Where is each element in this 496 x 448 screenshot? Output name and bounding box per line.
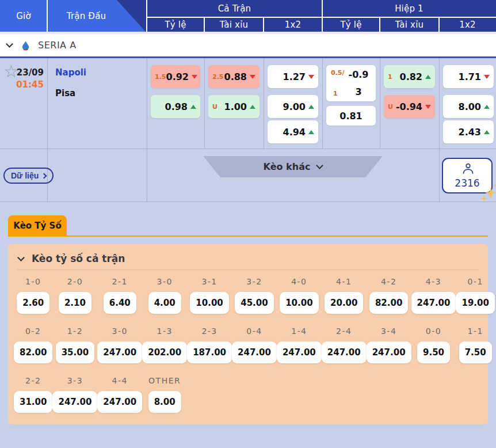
score-odds-button[interactable]: 82.00 bbox=[14, 341, 52, 363]
score-odds-button[interactable]: 7.50 bbox=[459, 341, 492, 363]
odds-value: 2.43 bbox=[459, 127, 481, 138]
score-odds-button[interactable]: 31.00 bbox=[14, 391, 52, 413]
score-odds-button[interactable]: 2.60 bbox=[17, 292, 49, 314]
sub-header-h1-handicap: Tỷ lệ bbox=[322, 17, 380, 32]
odds-cell-h1-under[interactable]: U -0.94 bbox=[384, 95, 435, 118]
league-row: SERIA A bbox=[0, 34, 496, 56]
score-label: 2-0 bbox=[67, 277, 83, 288]
trend-arrow-icon bbox=[425, 75, 431, 79]
odds-cell-ft-1x2-away[interactable]: 4.94 bbox=[268, 120, 318, 143]
score-odds-button[interactable]: 6.40 bbox=[104, 292, 136, 314]
score-odds-button[interactable]: 2.10 bbox=[59, 292, 91, 314]
header-divider bbox=[322, 0, 323, 32]
score-odds-button[interactable]: 247.00 bbox=[52, 391, 97, 413]
handicap-label: 1.5 bbox=[155, 73, 166, 81]
score-label: 3-2 bbox=[246, 277, 262, 288]
sub-header-ft-overunder: Tài xỉu bbox=[204, 17, 264, 32]
odds-cell-ft-handicap-home[interactable]: 1.5 0.92 bbox=[151, 65, 200, 88]
odds-value: -0.94 bbox=[396, 101, 422, 112]
header-divider bbox=[438, 17, 440, 32]
odds-cell-h1-handicap-home[interactable]: 0.5/1 -0.93 bbox=[326, 65, 376, 101]
column-line bbox=[204, 58, 205, 149]
chevron-down-icon[interactable] bbox=[6, 40, 13, 48]
score-cell: 0-282.00 bbox=[14, 326, 52, 363]
tab-keo-ty-so[interactable]: Kèo Tỷ Số bbox=[8, 215, 67, 236]
score-odds-button[interactable]: 247.00 bbox=[411, 292, 456, 314]
sparkle-star-icon bbox=[485, 187, 496, 199]
score-odds-button[interactable]: 45.00 bbox=[235, 292, 273, 314]
odds-cell-ft-under[interactable]: U 1.00 bbox=[208, 95, 260, 118]
odds-cell-h1-1x2-away[interactable]: 2.43 bbox=[443, 120, 494, 143]
odds-cell-ft-handicap-away[interactable]: 0.98 bbox=[151, 95, 200, 118]
score-odds-button[interactable]: 9.50 bbox=[417, 341, 450, 363]
home-team-name[interactable]: Napoli bbox=[55, 67, 86, 78]
score-cell: 2-4247.00 bbox=[322, 326, 367, 363]
tab-underline bbox=[8, 236, 488, 237]
score-cell: 4-282.00 bbox=[367, 277, 411, 314]
score-odds-button[interactable]: 8.00 bbox=[148, 391, 181, 413]
score-cell: 3-245.00 bbox=[232, 277, 277, 314]
score-cell: 4-120.00 bbox=[322, 277, 367, 314]
score-cell: 2-16.40 bbox=[97, 277, 142, 314]
score-odds-button[interactable]: 10.00 bbox=[280, 292, 318, 314]
score-odds-button[interactable]: 82.00 bbox=[369, 292, 408, 314]
score-cell: 3-110.00 bbox=[187, 277, 232, 314]
score-label: 0-2 bbox=[25, 326, 41, 338]
more-odds-label: Kèo khác bbox=[264, 161, 311, 172]
score-label: 1-3 bbox=[157, 326, 172, 338]
score-panel-header[interactable]: Kèo tỷ số cả trận bbox=[8, 244, 488, 269]
score-cell: 3-4247.00 bbox=[367, 326, 411, 363]
odds-cell-ft-1x2-home[interactable]: 1.27 bbox=[268, 65, 318, 88]
odds-value: 1.71 bbox=[459, 71, 481, 82]
league-name: SERIA A bbox=[38, 40, 77, 51]
odds-cell-h1-over[interactable]: 1 0.82 bbox=[384, 65, 435, 88]
odds-cell-h1-handicap-away[interactable]: 0.81 bbox=[326, 106, 376, 126]
column-line bbox=[439, 58, 440, 149]
odds-cell-ft-1x2-draw[interactable]: 9.00 bbox=[268, 95, 318, 118]
match-datetime: 23/09 01:45 bbox=[0, 67, 44, 90]
score-odds-button[interactable]: 4.00 bbox=[148, 292, 181, 314]
score-cell: 1-235.00 bbox=[52, 326, 97, 363]
more-odds-button[interactable]: Kèo khác bbox=[203, 156, 383, 177]
column-line bbox=[147, 149, 147, 202]
viewers-box[interactable]: 2316 bbox=[442, 158, 493, 193]
match-row: ☆ 23/09 01:45 Napoli Pisa 1.5 0.92 0.98 … bbox=[0, 58, 496, 149]
odds-table-header: Giờ Trận Đấu Cả Trận Hiệp 1 Tỷ lệ Tài xỉ… bbox=[0, 0, 496, 32]
match-time: 01:45 bbox=[0, 79, 44, 90]
odds-cell-h1-1x2-home[interactable]: 1.71 bbox=[443, 65, 494, 88]
away-team-name[interactable]: Pisa bbox=[55, 88, 75, 98]
score-odds-button[interactable]: 247.00 bbox=[277, 341, 322, 363]
score-label: 3-0 bbox=[112, 326, 128, 338]
score-odds-button[interactable]: 247.00 bbox=[322, 341, 367, 363]
score-cell: 4-4247.00 bbox=[97, 376, 142, 413]
score-panel-title: Kèo tỷ số cả trận bbox=[32, 253, 125, 264]
column-line bbox=[147, 58, 147, 149]
header-divider bbox=[263, 17, 264, 32]
score-odds-button[interactable]: 247.00 bbox=[232, 341, 277, 363]
score-odds-button[interactable]: 247.00 bbox=[367, 341, 411, 363]
score-label: OTHER bbox=[148, 376, 181, 388]
score-odds-button[interactable]: 10.00 bbox=[190, 292, 228, 314]
score-cell: 3-0247.00 bbox=[97, 326, 142, 363]
score-odds-button[interactable]: 19.00 bbox=[456, 292, 494, 314]
score-odds-button[interactable]: 247.00 bbox=[97, 341, 142, 363]
odds-value: 0.92 bbox=[166, 71, 189, 82]
score-label: 3-4 bbox=[381, 326, 396, 338]
handicap-label: U bbox=[388, 103, 393, 111]
trend-arrow-icon bbox=[484, 130, 490, 134]
score-odds-button[interactable]: 202.00 bbox=[142, 341, 187, 363]
odds-cell-h1-1x2-draw[interactable]: 8.00 bbox=[443, 95, 494, 118]
score-odds-button[interactable]: 35.00 bbox=[56, 341, 94, 363]
score-odds-button[interactable]: 20.00 bbox=[325, 292, 363, 314]
viewers-icon bbox=[460, 163, 474, 177]
score-odds-button[interactable]: 247.00 bbox=[97, 391, 142, 413]
sparkle-star-icon bbox=[481, 196, 487, 202]
data-button[interactable]: Dữ liệu bbox=[3, 168, 54, 184]
trend-arrow-icon bbox=[308, 130, 314, 134]
handicap-label: 2.5 bbox=[212, 73, 224, 81]
score-odds-button[interactable]: 187.00 bbox=[187, 341, 232, 363]
odds-value: 0.82 bbox=[400, 71, 422, 82]
sub-header-ft-1x2: 1x2 bbox=[264, 17, 322, 32]
odds-cell-ft-over[interactable]: 2.5 0.88 bbox=[208, 65, 260, 88]
score-label: 3-0 bbox=[157, 277, 172, 288]
